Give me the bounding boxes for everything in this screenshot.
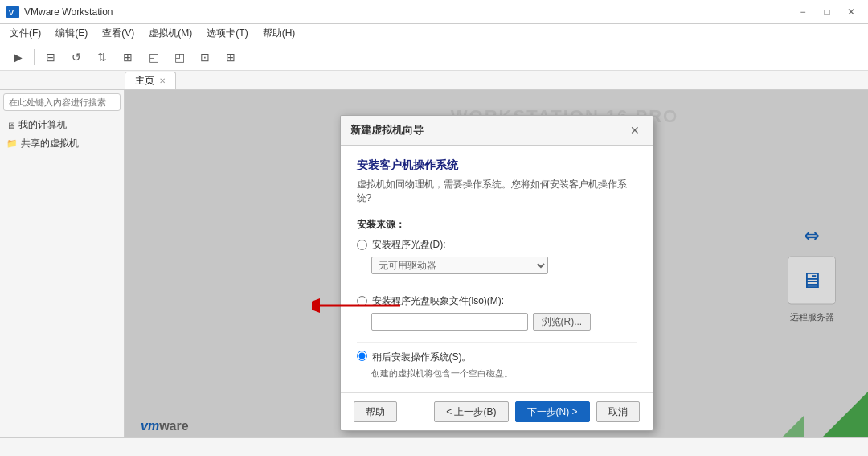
- dialog-close-button[interactable]: ✕: [627, 122, 643, 138]
- menu-vm[interactable]: 虚拟机(M): [142, 25, 199, 42]
- toolbar-separator: [34, 49, 35, 65]
- dialog-heading: 安装客户机操作系统: [357, 158, 637, 173]
- option-iso-block: 安装程序光盘映象文件(iso)(M): 浏览(R)...: [357, 294, 637, 331]
- divider-2: [357, 342, 637, 343]
- iso-file-input[interactable]: [371, 313, 528, 331]
- app-wrapper: V VMware Workstation − □ ✕ 文件(F) 编辑(E) 查…: [0, 0, 868, 456]
- title-bar-text: VMware Workstation: [24, 6, 113, 18]
- dialog-title: 新建虚拟机向导: [350, 123, 424, 138]
- option-iso-row: 安装程序光盘映象文件(iso)(M):: [357, 294, 637, 308]
- close-button[interactable]: ✕: [841, 4, 862, 20]
- radio-optical-label: 安装程序光盘(D):: [372, 238, 446, 252]
- next-button[interactable]: 下一步(N) >: [515, 401, 590, 422]
- toolbar-btn-8[interactable]: ⊞: [219, 47, 242, 68]
- option-optical-block: 安装程序光盘(D): 无可用驱动器: [357, 238, 637, 274]
- dialog: 新建虚拟机向导 ✕ 安装客户机操作系统 虚拟机如同物理机，需要操作系统。您将如何…: [340, 115, 653, 431]
- dialog-footer: 帮助 < 上一步(B) 下一步(N) > 取消: [341, 392, 653, 430]
- browse-button[interactable]: 浏览(R)...: [533, 313, 592, 331]
- radio-optical[interactable]: [357, 240, 367, 250]
- option-later-row: 稍后安装操作系统(S)。: [357, 351, 637, 364]
- dialog-title-bar: 新建虚拟机向导 ✕: [341, 116, 653, 146]
- shared-icon: 📁: [6, 138, 18, 149]
- sidebar-item-shared-vms[interactable]: 📁 共享的虚拟机: [3, 134, 121, 153]
- toolbar-btn-4[interactable]: ⊞: [117, 47, 139, 68]
- divider-1: [357, 286, 637, 286]
- footer-right: < 上一步(B) 下一步(N) > 取消: [434, 401, 639, 422]
- play-button[interactable]: ▶: [6, 47, 29, 68]
- radio-iso-label: 安装程序光盘映象文件(iso)(M):: [372, 294, 505, 308]
- help-button[interactable]: 帮助: [354, 401, 397, 422]
- cancel-button[interactable]: 取消: [596, 401, 640, 422]
- menu-view[interactable]: 查看(V): [96, 25, 141, 42]
- toolbar-btn-1[interactable]: ⊟: [39, 47, 62, 68]
- search-input[interactable]: [3, 93, 121, 111]
- install-source-label: 安装来源：: [357, 218, 637, 232]
- later-description: 创建的虚拟机将包含一个空白磁盘。: [371, 368, 637, 380]
- toolbar-btn-5[interactable]: ◱: [142, 47, 165, 68]
- radio-later-label: 稍后安装操作系统(S)。: [372, 351, 472, 364]
- radio-iso[interactable]: [357, 296, 367, 306]
- tab-close-icon[interactable]: ✕: [159, 76, 166, 85]
- option-optical-row: 安装程序光盘(D):: [357, 238, 637, 252]
- body-area: 🖥 我的计算机 📁 共享的虚拟机 WORKSTATION 16 PRO ⇔ 🖥 …: [0, 90, 868, 456]
- status-bar: [0, 437, 868, 456]
- menu-bar: 文件(F) 编辑(E) 查看(V) 虚拟机(M) 选项卡(T) 帮助(H): [0, 24, 868, 43]
- toolbar-btn-7[interactable]: ⊡: [194, 47, 216, 68]
- maximize-button[interactable]: □: [817, 4, 837, 20]
- title-bar-controls: − □ ✕: [792, 4, 862, 20]
- dialog-overlay: 新建虚拟机向导 ✕ 安装客户机操作系统 虚拟机如同物理机，需要操作系统。您将如何…: [125, 90, 868, 456]
- computer-icon: 🖥: [6, 121, 15, 130]
- menu-tab[interactable]: 选项卡(T): [200, 25, 254, 42]
- svg-text:V: V: [9, 9, 14, 17]
- sidebar-item-shared-vms-label: 共享的虚拟机: [21, 137, 79, 150]
- radio-later[interactable]: [357, 351, 367, 361]
- dialog-subtext: 虚拟机如同物理机，需要操作系统。您将如何安装客户机操作系统?: [357, 178, 637, 205]
- toolbar-btn-2[interactable]: ↺: [65, 47, 88, 68]
- app-icon: V: [6, 6, 19, 18]
- optical-dropdown-row: 无可用驱动器: [371, 257, 637, 274]
- tab-home[interactable]: 主页 ✕: [125, 72, 176, 89]
- sidebar: 🖥 我的计算机 📁 共享的虚拟机: [0, 90, 125, 456]
- footer-left: 帮助: [354, 401, 397, 422]
- iso-file-row: 浏览(R)...: [371, 313, 637, 331]
- minimize-button[interactable]: −: [792, 4, 813, 20]
- sidebar-item-my-computer[interactable]: 🖥 我的计算机: [3, 116, 121, 134]
- menu-edit[interactable]: 编辑(E): [49, 25, 94, 42]
- option-later-block: 稍后安装操作系统(S)。 创建的虚拟机将包含一个空白磁盘。: [357, 351, 637, 380]
- tab-home-label: 主页: [135, 74, 154, 88]
- tab-bar: 主页 ✕: [0, 71, 868, 90]
- title-bar: V VMware Workstation − □ ✕: [0, 0, 868, 24]
- menu-file[interactable]: 文件(F): [3, 25, 47, 42]
- sidebar-item-my-computer-label: 我的计算机: [18, 118, 67, 132]
- toolbar: ▶ ⊟ ↺ ⇅ ⊞ ◱ ◰ ⊡ ⊞: [0, 43, 868, 71]
- menu-help[interactable]: 帮助(H): [256, 25, 302, 42]
- back-button[interactable]: < 上一步(B): [434, 401, 508, 422]
- toolbar-btn-3[interactable]: ⇅: [91, 47, 113, 68]
- dialog-body: 安装客户机操作系统 虚拟机如同物理机，需要操作系统。您将如何安装客户机操作系统?…: [341, 146, 653, 392]
- toolbar-btn-6[interactable]: ◰: [168, 47, 190, 68]
- optical-drive-select[interactable]: 无可用驱动器: [371, 257, 548, 274]
- content-area: WORKSTATION 16 PRO ⇔ 🖥 远程服务器 vmware: [125, 90, 868, 456]
- title-bar-left: V VMware Workstation: [6, 6, 113, 18]
